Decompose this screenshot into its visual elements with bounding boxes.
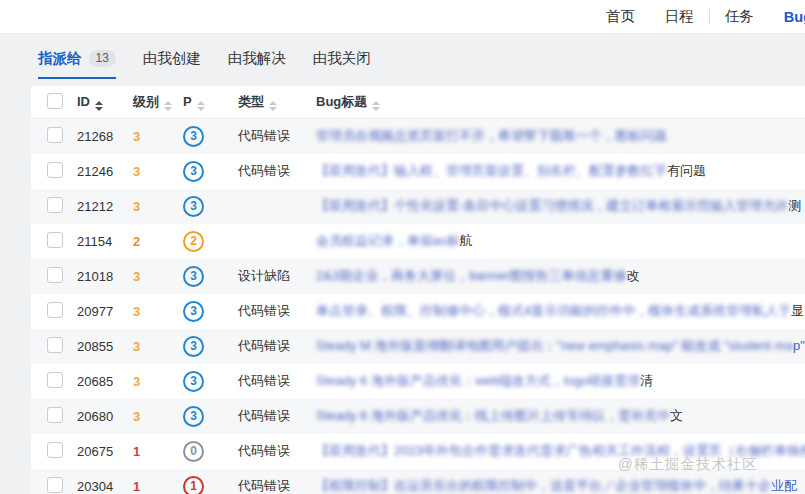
blurred-title-text: Steady 6 海外版产品优化：线上传图片上传等待以，需补充中 xyxy=(316,408,670,423)
blurred-title-text: Steady M 海外版新增翻译地图用户提出："new emphasis map… xyxy=(316,338,793,353)
nav-item-home[interactable]: 首页 xyxy=(591,7,650,26)
blurred-title-text: 2&3期企业，商务大屏位，banner图报告三单信息重修 xyxy=(316,268,627,283)
table-row[interactable]: 21268 3 3 代码错误 管理员在视频总览页面打不开，希望带下载唯一个，图标… xyxy=(31,119,805,154)
title-clear-tail: 有问题 xyxy=(667,163,706,178)
bug-table: ID 级别 P 类型 Bug标题 21268 3 3 代码错误 xyxy=(31,86,805,494)
row-checkbox[interactable] xyxy=(47,477,63,493)
bug-title-link[interactable]: 管理员在视频总览页面打不开，希望带下载唯一个，图标问题 xyxy=(316,128,667,143)
bug-id-cell: 20304 xyxy=(77,469,133,494)
bug-title-link[interactable]: 【双周迭代】2023年外包合作需求迭代需求广告相关工作流程，设置页（右侧栏单独栏… xyxy=(316,443,805,458)
priority-badge: 2 xyxy=(183,231,204,252)
bug-type-cell xyxy=(238,189,316,224)
row-checkbox[interactable] xyxy=(47,127,63,143)
priority-badge: 3 xyxy=(183,161,204,182)
bug-type-cell: 代码错误 xyxy=(238,154,316,189)
column-header-priority[interactable]: P xyxy=(183,86,238,119)
sort-icon[interactable] xyxy=(197,101,205,111)
blurred-title-text: 单点登录、权限、控制修中心，模式4显示功能的控件中，模块生成系统管理私人于 xyxy=(316,303,791,318)
tab-resolved-by-me[interactable]: 由我解决 xyxy=(228,49,286,79)
row-checkbox[interactable] xyxy=(47,232,63,248)
bug-id-cell: 21154 xyxy=(77,224,133,259)
tab-label: 指派给 xyxy=(38,49,82,68)
row-checkbox[interactable] xyxy=(47,267,63,283)
severity-value: 3 xyxy=(133,269,140,284)
bug-title-link[interactable]: Steady 6 海外版产品优化：web端改方式，logo链接需澄清 xyxy=(316,373,653,388)
column-label: ID xyxy=(77,94,90,109)
severity-value: 3 xyxy=(133,339,140,354)
bug-type-cell: 代码错误 xyxy=(238,469,316,494)
bug-title-link[interactable]: 【双周迭代】输入框、管理页面设置、别名栏、配置参数红字有问题 xyxy=(316,163,706,178)
table-row[interactable]: 20675 1 0 代码错误 【双周迭代】2023年外包合作需求迭代需求广告相关… xyxy=(31,434,805,469)
select-all-checkbox[interactable] xyxy=(47,93,63,109)
tab-closed-by-me[interactable]: 由我关闭 xyxy=(313,49,371,79)
table-row[interactable]: 20680 3 3 代码错误 Steady 6 海外版产品优化：线上传图片上传等… xyxy=(31,399,805,434)
bug-title-link[interactable]: 单点登录、权限、控制修中心，模式4显示功能的控件中，模块生成系统管理私人于显 xyxy=(316,303,804,318)
title-clear-tail: 文 xyxy=(670,408,683,423)
bug-id-cell: 21268 xyxy=(77,119,133,154)
table-row[interactable]: 20304 1 1 代码错误 【权限控制】在运营后台的权限控制中，这是平台／企业… xyxy=(31,469,805,494)
row-checkbox[interactable] xyxy=(47,197,63,213)
top-navigation-bar: 首页 日程 任务 Bug xyxy=(0,0,805,33)
row-checkbox[interactable] xyxy=(47,302,63,318)
nav-item-task[interactable]: 任务 xyxy=(710,7,769,26)
bug-type-cell: 代码错误 xyxy=(238,294,316,329)
bug-title-link[interactable]: Steady M 海外版新增翻译地图用户提出："new emphasis map… xyxy=(316,338,805,353)
title-clear-tail: 测 xyxy=(788,198,801,213)
bug-title-link[interactable]: 【双周迭代】个性化设置-条目中心设置习惯情况，建立订单检索示范输入管理允许测 xyxy=(316,198,801,213)
severity-value: 3 xyxy=(133,304,140,319)
nav-item-bug[interactable]: Bug xyxy=(769,9,805,25)
blurred-title-text: 管理员在视频总览页面打不开，希望带下载唯一个，图标问题 xyxy=(316,128,667,143)
bug-title-link[interactable]: 【权限控制】在运营后台的权限控制中，这是平台／企业管理模块中，结果十企业配 xyxy=(316,478,797,493)
table-row[interactable]: 20855 3 3 代码错误 Steady M 海外版新增翻译地图用户提出："n… xyxy=(31,329,805,364)
priority-badge: 3 xyxy=(183,301,204,322)
bug-id-cell: 20685 xyxy=(77,364,133,399)
row-checkbox[interactable] xyxy=(47,162,63,178)
bug-id-cell: 21246 xyxy=(77,154,133,189)
column-header-id[interactable]: ID xyxy=(77,86,133,119)
sort-icon[interactable] xyxy=(164,101,172,111)
priority-badge: 3 xyxy=(183,196,204,217)
tab-assigned-to-me[interactable]: 指派给 13 xyxy=(38,49,116,79)
table-header-row: ID 级别 P 类型 Bug标题 xyxy=(31,86,805,119)
row-checkbox[interactable] xyxy=(47,407,63,423)
table-row[interactable]: 21212 3 3 【双周迭代】个性化设置-条目中心设置习惯情况，建立订单检索示… xyxy=(31,189,805,224)
blurred-title-text: 【双周迭代】个性化设置-条目中心设置习惯情况，建立订单检索示范输入管理允许 xyxy=(316,198,788,213)
nav-item-schedule[interactable]: 日程 xyxy=(650,7,709,26)
table-row[interactable]: 20977 3 3 代码错误 单点登录、权限、控制修中心，模式4显示功能的控件中… xyxy=(31,294,805,329)
bug-title-link[interactable]: 2&3期企业，商务大屏位，banner图报告三单信息重修改 xyxy=(316,268,640,283)
table-row[interactable]: 21246 3 3 代码错误 【双周迭代】输入框、管理页面设置、别名栏、配置参数… xyxy=(31,154,805,189)
sort-icon[interactable] xyxy=(95,101,103,111)
severity-value: 3 xyxy=(133,199,140,214)
bug-id-cell: 21018 xyxy=(77,259,133,294)
column-header-severity[interactable]: 级别 xyxy=(133,86,183,119)
bug-table-card: ID 级别 P 类型 Bug标题 21268 3 3 代码错误 xyxy=(31,86,805,494)
sort-icon[interactable] xyxy=(269,101,277,111)
row-checkbox[interactable] xyxy=(47,442,63,458)
row-checkbox[interactable] xyxy=(47,372,63,388)
assigned-count-badge: 13 xyxy=(89,50,116,67)
blurred-title-text: 会员权益记录，单据as标 xyxy=(316,233,460,248)
severity-value: 3 xyxy=(133,374,140,389)
tab-created-by-me[interactable]: 由我创建 xyxy=(143,49,201,79)
blurred-title-text: 【双周迭代】2023年外包合作需求迭代需求广告相关工作流程，设置页（右侧栏单独栏… xyxy=(316,443,805,458)
bug-title-link[interactable]: Steady 6 海外版产品优化：线上传图片上传等待以，需补充中文 xyxy=(316,408,683,423)
column-header-type[interactable]: 类型 xyxy=(238,86,316,119)
priority-badge: 3 xyxy=(183,371,204,392)
row-checkbox[interactable] xyxy=(47,337,63,353)
table-row[interactable]: 21018 3 3 设计缺陷 2&3期企业，商务大屏位，banner图报告三单信… xyxy=(31,259,805,294)
severity-value: 3 xyxy=(133,129,140,144)
column-label: P xyxy=(183,94,192,109)
bug-type-cell xyxy=(238,224,316,259)
severity-value: 3 xyxy=(133,164,140,179)
severity-value: 3 xyxy=(133,409,140,424)
severity-value: 2 xyxy=(133,234,140,249)
title-clear-tail: 航 xyxy=(460,233,473,248)
table-row[interactable]: 21154 2 2 会员权益记录，单据as标航 xyxy=(31,224,805,259)
bug-type-cell: 代码错误 xyxy=(238,364,316,399)
bug-id-cell: 20675 xyxy=(77,434,133,469)
table-row[interactable]: 20685 3 3 代码错误 Steady 6 海外版产品优化：web端改方式，… xyxy=(31,364,805,399)
bug-title-link[interactable]: 会员权益记录，单据as标航 xyxy=(316,233,473,248)
column-label: Bug标题 xyxy=(316,94,367,109)
sort-icon[interactable] xyxy=(372,101,380,111)
column-header-title[interactable]: Bug标题 xyxy=(316,86,805,119)
